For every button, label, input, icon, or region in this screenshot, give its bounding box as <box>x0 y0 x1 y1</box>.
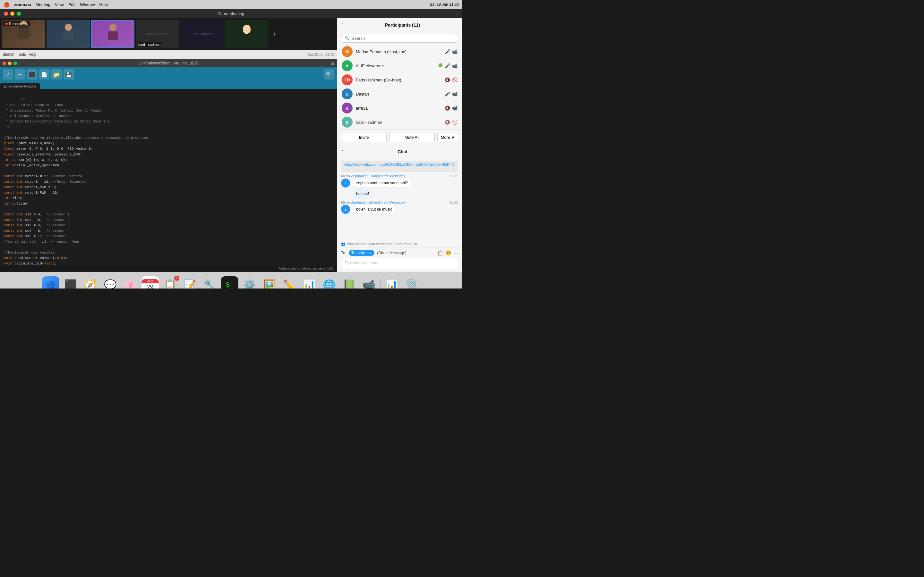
participants-collapse-button[interactable]: ⌃ <box>341 23 344 27</box>
video-thumb-6[interactable] <box>225 20 268 48</box>
chrome-icon: 🌐 <box>323 279 336 289</box>
participant-name-marisa: Marisa Paryasto (Host, me) <box>356 49 441 54</box>
video-thumb-4-label: badi - sadman <box>137 42 162 47</box>
chat-bubble-3: boleh lanjut ke music <box>352 205 396 214</box>
chat-to-person[interactable]: Timothy... ∨ <box>349 250 375 256</box>
arduino-window-title: LineFollowerRobot | Arduino 1.8.19 <box>138 61 198 65</box>
dock-finder[interactable]: 🔵 <box>42 276 59 289</box>
chat-message-3: Me to Zephaniah Elikai (Direct Message) … <box>341 200 458 214</box>
participant-row-badi[interactable]: b badi - sadman 🔇 🚫 <box>337 115 462 129</box>
dock-pencil[interactable]: ✏️ <box>281 276 298 289</box>
arduino-expand-icon[interactable]: ⊞ <box>330 61 334 66</box>
dock-activity-monitor[interactable]: 📊 <box>300 276 318 289</box>
dock-chrome[interactable]: 🌐 <box>320 276 338 289</box>
video-thumb-5[interactable]: Faris Hafizhan <box>180 20 224 48</box>
chat-bubble-2: hebaat! <box>352 189 373 198</box>
participant-row-alif[interactable]: A ALIF cleverone 🟢 🎤 📹 <box>337 59 462 73</box>
dock-zoom[interactable]: 📹 <box>360 276 378 289</box>
pencil-icon: ✏️ <box>283 279 296 289</box>
upload-button[interactable]: → <box>15 69 25 79</box>
arduino-tab-main[interactable]: LineFollowerRobot § <box>0 83 40 89</box>
dock-system-prefs[interactable]: ⚙️ <box>241 276 258 289</box>
chat-message-2: hebaat! <box>341 189 458 198</box>
maximize-button[interactable]: + <box>17 11 21 16</box>
dock-preview[interactable]: 🖼️ <box>261 276 278 289</box>
participant-row-arfa[interactable]: a arfa3a 🔇 📹 <box>337 101 462 115</box>
new-button[interactable]: 📄 <box>39 69 49 79</box>
menubar-help[interactable]: Help <box>99 2 108 7</box>
close-button[interactable]: ✕ <box>4 11 8 16</box>
apple-logo-icon[interactable]: 🍎 <box>3 2 10 8</box>
participants-panel-header: ⌃ Participants (11) <box>337 18 462 32</box>
arduino-status-text: Arduino Uno on /dev/cu.usbserial-1410 <box>279 267 334 270</box>
chat-msg-to-3: Zephaniah Elikai (Direct Message) <box>351 200 405 204</box>
privacy-text: Who can see your messages? Recording On <box>347 242 417 246</box>
debug-button[interactable]: ⬛ <box>27 69 37 79</box>
sketch-menu-sketch[interactable]: Sketch <box>3 52 15 57</box>
person-figure-3 <box>92 21 134 47</box>
window-controls: ✕ − + <box>4 11 21 16</box>
arduino-close-button[interactable] <box>3 61 6 65</box>
dock-launchpad[interactable]: ⬛ <box>62 276 79 289</box>
dock-notes[interactable]: 📝 <box>181 276 199 289</box>
open-button[interactable]: 📁 <box>51 69 61 79</box>
participant-row-faris[interactable]: FH Faris Hafizhan (Co-host) 🔇 🚫 <box>337 73 462 87</box>
mute-all-button[interactable]: Mute All <box>389 132 435 142</box>
dock-photos[interactable]: 🌸 <box>121 276 139 289</box>
participant-name-dastan: Dastan <box>356 92 441 97</box>
mic-icon-alif: 🎤 <box>445 63 450 68</box>
dock-configurator[interactable]: 🔧 <box>201 276 218 289</box>
dock-messages[interactable]: 💬 <box>102 276 119 289</box>
menubar-edit[interactable]: Edit <box>68 2 75 7</box>
dock-safari[interactable]: 🧭 <box>82 276 99 289</box>
menubar-app-name[interactable]: zoom.us <box>14 2 31 7</box>
arduino-editor[interactable]: /* * PROJETO SEGUIDOR DE LINHA * Acadêmi… <box>0 89 337 265</box>
photos-icon: 🌸 <box>124 279 137 289</box>
dock-reminders[interactable]: 📋 6 <box>162 276 179 289</box>
chat-to-icons: 📋 😊 ⋯ <box>437 250 458 256</box>
invite-button[interactable]: Invite <box>341 132 387 142</box>
chat-avatar-3: Z <box>341 205 350 214</box>
menubar-meeting[interactable]: Meeting <box>36 2 50 7</box>
next-participant-button[interactable]: › <box>270 20 280 48</box>
search-input[interactable] <box>352 36 455 41</box>
search-icon: 🔍 <box>344 36 350 41</box>
minimize-button[interactable]: − <box>10 11 15 16</box>
participants-panel-title: Participants (11) <box>347 23 458 27</box>
more-chat-icon[interactable]: ⋯ <box>453 250 458 256</box>
chat-avatar-1: Z <box>341 179 350 187</box>
chat-type-input[interactable]: Type message here... <box>341 258 458 269</box>
mic-muted-icon-badi: 🔇 <box>445 119 450 125</box>
sketch-menu-tools[interactable]: Tools <box>17 52 26 57</box>
arduino-min-button[interactable] <box>8 61 11 65</box>
dock-calendar[interactable]: JAN 29 <box>142 276 159 289</box>
arduino-max-button[interactable] <box>13 61 17 65</box>
video-thumb-3[interactable] <box>91 20 134 48</box>
sketch-menu-help[interactable]: Help <box>29 52 37 57</box>
video-thumb-2[interactable] <box>47 20 90 48</box>
video-thumb-1[interactable]: Recording... <box>2 20 45 48</box>
more-options-button[interactable]: More ∨ <box>437 132 458 142</box>
dock-trash[interactable]: 🗑️ <box>403 276 420 289</box>
serial-monitor-button[interactable]: 🔍 <box>324 69 334 79</box>
verify-button[interactable]: ✓ <box>3 69 13 79</box>
save-button[interactable]: 💾 <box>63 69 74 79</box>
menubar-view[interactable]: View <box>55 2 64 7</box>
arduino-title-icons: ⊞ <box>330 61 334 66</box>
chat-msg-header-3: Me to Zephaniah Elikai (Direct Message) … <box>341 200 458 204</box>
copy-icon[interactable]: 📋 <box>437 250 443 256</box>
dock-terminal[interactable]: $_ <box>221 276 238 289</box>
dock-excel[interactable]: 📗 <box>341 276 358 289</box>
participant-name-faris: Faris Hafizhan (Co-host) <box>356 77 441 82</box>
participant-name-badi: badi - sadman <box>356 120 441 125</box>
participant-row-marisa[interactable]: M Marisa Paryasto (Host, me) 🎤 📹 <box>337 45 462 59</box>
menubar-window[interactable]: Window <box>80 2 95 7</box>
participant-name-arfa: arfa3a <box>356 106 441 111</box>
emoji-icon[interactable]: 😊 <box>445 250 451 256</box>
participant-row-dastan[interactable]: D Dastan 🎤 📹 <box>337 87 462 101</box>
dock-keynote[interactable]: 📊 <box>383 276 401 289</box>
safari-icon: 🧭 <box>84 279 97 289</box>
video-thumb-4[interactable]: badi - sadman badi - sadman <box>136 20 179 48</box>
search-box: 🔍 <box>341 34 458 43</box>
chat-collapse-button[interactable]: ⌃ <box>341 149 344 154</box>
